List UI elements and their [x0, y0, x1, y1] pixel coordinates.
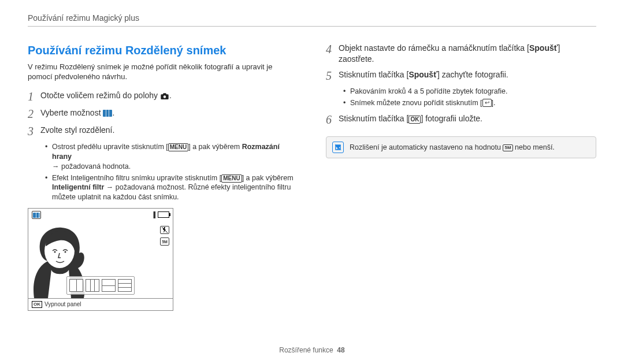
step-6-text-b: ] fotografii uložte. [421, 114, 482, 123]
battery-icon [158, 211, 169, 218]
svg-point-4 [54, 251, 56, 253]
shutter-label: Spoušť [529, 43, 558, 53]
layout-option-3col[interactable] [86, 279, 99, 292]
bullet-text: Efekt Inteligentního filtru snímku uprav… [52, 174, 221, 182]
step-number: 1 [28, 90, 40, 103]
bullet-text: Ostrost předělu upravíte stisknutím [ [52, 143, 168, 151]
flash-off-icon [160, 226, 169, 234]
resolution-badge-icon: 5M [503, 144, 512, 151]
undo-key-icon: ↩ [482, 99, 492, 107]
bullet-item: Efekt Inteligentního filtru snímku uprav… [45, 173, 298, 203]
step-2-text-a: Vyberte možnost [40, 108, 103, 117]
split-mode-icon [103, 110, 112, 117]
step-2: 2 Vyberte možnost . [28, 107, 298, 120]
step-number: 5 [326, 69, 339, 82]
right-column: 4 Objekt nastavte do rámečku a namáčknut… [326, 43, 596, 311]
bullet-text: ] a pak výběrem [188, 143, 242, 151]
menu-key-icon: MENU [221, 174, 242, 183]
step-3: 3 Zvolte styl rozdělení. [28, 125, 298, 138]
split-indicator-icon [32, 211, 41, 219]
mode-dial-icon [160, 92, 169, 100]
page-footer: Rozšířené funkce 48 [28, 339, 596, 355]
step-3-text: Zvolte styl rozdělení. [40, 125, 298, 136]
shutter-label: Spoušť [408, 70, 437, 79]
step-3-bullets: Ostrost předělu upravíte stisknutím [MEN… [45, 142, 298, 202]
resolution-icon: 5M [160, 237, 169, 246]
layout-thumbnails [66, 276, 135, 295]
footer-hint: Vypnout panel [44, 300, 81, 309]
footer-page-number: 48 [337, 346, 344, 354]
breadcrumb: Používání režimu Magický plus [28, 13, 596, 24]
svg-point-5 [65, 251, 66, 253]
bold-term: Inteligentní filtr [52, 183, 104, 191]
bullet-item: Ostrost předělu upravíte stisknutím [MEN… [45, 142, 298, 172]
step-2-text-b: . [112, 108, 114, 117]
arrow-icon: → [106, 183, 114, 191]
step-number: 3 [28, 125, 40, 138]
bullet-text: ]. [492, 99, 496, 107]
step-5-bullets: Pakováním kroků 4 a 5 pořídíte zbytek fo… [343, 87, 596, 108]
section-title: Používání režimu Rozdělený snímek [28, 43, 298, 58]
step-6: 6 Stisknutím tlačítka [OK] fotografii ul… [326, 113, 596, 126]
ok-key-icon: OK [32, 301, 42, 309]
step-number: 2 [28, 107, 40, 120]
step-number: 6 [326, 113, 339, 126]
note-text-a: Rozlišení je automaticky nastaveno na ho… [350, 143, 503, 151]
intro-text: V režimu Rozdělený snímek je možné poříd… [28, 62, 298, 82]
layout-option-3row[interactable] [118, 279, 132, 292]
bullet-item: Snímek můžete znovu pořídit stisknutím [… [343, 98, 596, 108]
bullet-text: Snímek můžete znovu pořídit stisknutím [ [350, 99, 482, 107]
step-number: 4 [326, 43, 339, 55]
layout-option-2col[interactable] [69, 279, 83, 292]
camera-screenshot: ▐ 5M [28, 208, 173, 311]
step-5: 5 Stisknutím tlačítka [Spoušť] zachyťte … [326, 69, 596, 82]
step-1-text-a: Otočte voličem režimů do polohy [40, 91, 160, 100]
ok-key-icon: OK [408, 116, 421, 124]
left-column: Používání režimu Rozdělený snímek V reži… [28, 43, 298, 311]
footer-section: Rozšířené funkce [279, 346, 333, 354]
bar-icon: ▐ [151, 211, 155, 219]
divider [28, 26, 596, 27]
step-6-text-a: Stisknutím tlačítka [ [339, 114, 408, 123]
arrow-icon: → [52, 162, 60, 170]
step-4-text-a: Objekt nastavte do rámečku a namáčknutím… [339, 43, 529, 53]
step-5-text-a: Stisknutím tlačítka [ [339, 70, 408, 79]
layout-option-2row[interactable] [102, 279, 116, 292]
note-text-b: nebo menší. [513, 143, 555, 151]
step-1-text-b: . [169, 91, 172, 100]
bullet-text: ] a pak výběrem [242, 174, 294, 182]
bullet-text: požadovaná hodnota. [60, 162, 131, 170]
note-icon [332, 142, 344, 153]
step-5-text-b: ] zachyťte fotografii. [437, 70, 508, 79]
menu-key-icon: MENU [168, 143, 188, 151]
bullet-item: Pakováním kroků 4 a 5 pořídíte zbytek fo… [343, 87, 596, 96]
step-1: 1 Otočte voličem režimů do polohy . [28, 90, 298, 103]
note-box: Rozlišení je automaticky nastaveno na ho… [326, 136, 596, 158]
step-4: 4 Objekt nastavte do rámečku a namáčknut… [326, 43, 596, 65]
